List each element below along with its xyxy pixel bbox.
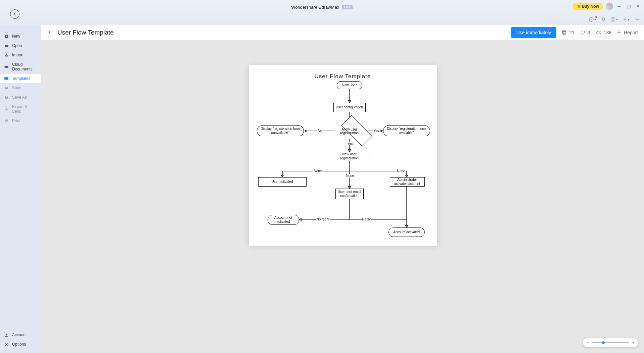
templates-icon: [4, 77, 9, 81]
edge-label-none2: None: [346, 174, 355, 178]
sidebar-item-options[interactable]: Options: [0, 340, 41, 349]
diagram-canvas[interactable]: User Flow Template: [249, 65, 437, 246]
sidebar-item-templates[interactable]: Templates: [0, 74, 41, 83]
sidebar-item-label: Print: [12, 118, 20, 123]
node-display-available: Display "registeration form available": [383, 125, 430, 136]
sidebar-item-open[interactable]: Open: [0, 41, 41, 50]
svg-rect-13: [6, 87, 7, 88]
svg-rect-8: [613, 20, 615, 21]
svg-rect-20: [563, 31, 566, 34]
edge-label-no: No: [317, 129, 323, 133]
bell-icon[interactable]: [601, 17, 606, 22]
help-icon[interactable]: ? ▾: [589, 17, 596, 22]
save-icon: [4, 86, 9, 90]
gear-icon[interactable]: [634, 17, 639, 22]
node-user-activated: User activated: [258, 177, 307, 187]
svg-rect-21: [563, 31, 565, 34]
sidebar-item-label: Account: [12, 333, 27, 337]
sidebar-item-account[interactable]: Account: [0, 330, 41, 340]
account-icon: [4, 333, 9, 337]
maximize-button[interactable]: [625, 3, 632, 10]
plus-icon[interactable]: +: [35, 34, 37, 39]
copies-stat[interactable]: 21: [562, 30, 574, 35]
import-icon: [4, 53, 9, 57]
likes-count: 3: [588, 30, 590, 35]
back-chevron[interactable]: [47, 29, 52, 36]
zoom-out-button[interactable]: −: [586, 340, 589, 345]
sidebar-item-cloud[interactable]: Cloud Documents: [0, 60, 41, 74]
sidebar-item-print[interactable]: Print: [0, 116, 41, 125]
zoom-slider[interactable]: [592, 342, 629, 343]
zoom-in-button[interactable]: +: [632, 340, 635, 345]
use-immediately-button[interactable]: Use immediately: [511, 27, 556, 38]
svg-rect-5: [611, 18, 613, 19]
avatar[interactable]: [606, 3, 613, 10]
sidebar-item-label: Save: [12, 86, 21, 90]
edition-badge: Free: [342, 5, 353, 9]
plus-square-icon: [4, 34, 9, 39]
copy-icon: [562, 30, 567, 35]
views-count: 138: [604, 30, 611, 35]
svg-point-0: [578, 7, 579, 8]
back-button[interactable]: [10, 9, 19, 19]
sidebar-item-new[interactable]: New +: [0, 32, 41, 41]
sidebar-item-label: Templates: [12, 76, 31, 81]
sidebar-item-saveas[interactable]: Save As: [0, 93, 41, 102]
minimize-button[interactable]: ─: [616, 3, 623, 10]
svg-point-1: [579, 7, 580, 8]
svg-rect-11: [4, 77, 8, 80]
likes-stat[interactable]: 3: [580, 30, 590, 35]
node-account-not-activated: Account not activated: [268, 215, 299, 225]
copies-count: 21: [569, 30, 574, 35]
node-new-reg: New user registeration: [331, 152, 368, 161]
svg-rect-17: [6, 121, 7, 122]
node-display-unavailable: Display "registeration form unavailable": [257, 125, 304, 136]
svg-rect-14: [6, 96, 7, 97]
node-new-user: New User: [337, 81, 362, 89]
svg-rect-6: [613, 18, 615, 19]
edge-label-yes2: Yes: [347, 142, 354, 145]
svg-text:?: ?: [591, 18, 592, 21]
svg-point-19: [6, 344, 7, 345]
svg-point-22: [598, 32, 599, 33]
svg-rect-12: [5, 78, 6, 78]
sidebar-item-label: New: [12, 34, 20, 39]
node-decision-label: Allow user registeration: [333, 128, 366, 135]
filter-icon[interactable]: ▾: [623, 17, 630, 22]
heart-icon: [580, 30, 586, 35]
page-header: User Flow Template Use immediately 21 3 …: [41, 25, 644, 40]
zoom-control[interactable]: − +: [583, 338, 638, 347]
report-button[interactable]: Report: [617, 30, 638, 35]
close-button[interactable]: ✕: [635, 3, 641, 10]
sidebar-item-label: Import: [12, 53, 24, 57]
sidebar-item-label: Save As: [12, 95, 27, 100]
svg-point-18: [6, 334, 7, 335]
app-title: Wondershare EdrawMax: [291, 5, 339, 10]
print-icon: [4, 119, 9, 123]
buy-now-label: Buy Now: [582, 4, 599, 9]
report-label: Report: [624, 30, 638, 35]
buy-now-button[interactable]: Buy Now: [572, 3, 603, 10]
node-admin-activates: Administrator activates account: [390, 177, 425, 187]
sidebar-item-export[interactable]: Export & Send: [0, 102, 41, 116]
sidebar-item-label: Options: [12, 342, 26, 347]
sidebar-item-label: Export & Send: [12, 104, 37, 114]
diagram-title: User Flow Template: [249, 65, 437, 80]
svg-rect-7: [611, 20, 613, 21]
cloud-icon: [4, 65, 9, 69]
flag-icon: [617, 30, 622, 35]
edge-label-none3: None: [397, 169, 406, 173]
eye-icon: [596, 30, 602, 35]
export-icon: [4, 107, 9, 111]
views-stat[interactable]: 138: [596, 30, 611, 35]
cart-icon: [577, 4, 581, 8]
apps-icon[interactable]: ▾: [611, 17, 618, 22]
sidebar-item-import[interactable]: Import: [0, 50, 41, 60]
saveas-icon: [4, 95, 9, 99]
folder-icon: [4, 44, 9, 48]
sidebar-item-save[interactable]: Save: [0, 83, 41, 93]
edge-label-reply: Reply: [362, 217, 372, 221]
sidebar: New + Open Import Cloud Documents Templa…: [0, 25, 41, 353]
edge-label-noreply: No reply: [316, 217, 330, 221]
sidebar-item-label: Cloud Documents: [12, 62, 37, 71]
